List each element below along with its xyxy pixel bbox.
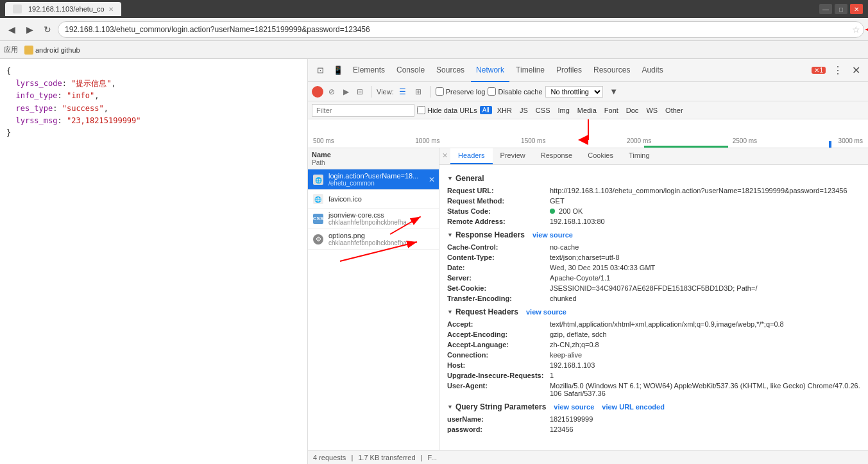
file-item-favicon[interactable]: 🌐 favicon.ico [308,190,439,209]
throttle-select[interactable]: No throttling [545,86,603,98]
red-arrow-options [359,248,360,249]
accept-language-row: Accept-Language: zh-CN,zh;q=0.8 [447,339,860,350]
bookmark-android-github[interactable]: android github [22,44,83,56]
grid-view-button[interactable]: ⊞ [412,85,425,98]
accept-label: Accept: [447,320,550,328]
reload-button[interactable]: ↻ [40,22,55,37]
set-cookie-label: Set-Cookie: [447,284,550,292]
browser-tab[interactable]: 192.168.1.103/ehetu_co ✕ [5,2,121,16]
user-agent-row: User-Agent: Mozilla/5.0 (Windows NT 6.1;… [447,381,860,399]
red-arrow-address [864,23,868,36]
detail-panel: ✕ Headers Preview Response Cookies Timin… [439,148,868,450]
file-close-login[interactable]: ✕ [429,175,435,184]
file-icon-css: CSS [312,212,325,225]
filter-other[interactable]: Other [663,105,686,116]
file-list: NamePath 🌐 login.action?userName=18... [308,148,439,450]
timeline-500: 500 ms [313,137,334,144]
connection-label: Connection: [447,351,550,359]
hide-data-urls-checkbox[interactable] [417,106,425,114]
status-code-label: Status Code: [447,207,550,215]
record-button[interactable] [312,86,323,98]
favicon-icon: 🌐 [313,194,323,204]
tab-network[interactable]: Network [471,59,509,82]
forward-button[interactable]: ▶ [22,22,37,37]
separator2: | [421,454,423,461]
filter-input[interactable] [312,104,414,117]
tab-close-button[interactable]: ✕ [108,6,114,13]
preserve-log-checkbox[interactable] [436,87,444,96]
timeline-3000: 3000 ms [838,137,863,144]
query-view-source[interactable]: view source [554,403,594,411]
transferred-size: 1.7 KB transferred [358,454,415,461]
json-line-2: lyrss_code: "提示信息", [6,78,301,90]
file-item-login[interactable]: 🌐 login.action?userName=18... /ehetu_com… [308,169,439,190]
file-icon-favicon: 🌐 [312,193,325,205]
filter-js[interactable]: JS [517,105,531,116]
filter-font[interactable]: Font [602,105,621,116]
filter-img[interactable]: Img [555,105,572,116]
tab-title: 192.168.1.103/ehetu_co [28,5,105,13]
filter-doc[interactable]: Doc [624,105,642,116]
tab-console[interactable]: Console [391,59,430,82]
detail-tab-headers[interactable]: Headers [450,148,493,164]
mobile-button[interactable]: 📱 [330,62,346,79]
filter-button[interactable]: ⊟ [354,86,366,98]
file-item-css[interactable]: CSS jsonview-core.css chklaanhfefbnpoihc… [308,209,439,229]
tab-resources[interactable]: Resources [588,59,635,82]
screenshot-button[interactable]: ▶ [340,86,352,98]
general-section-header: General [447,170,860,185]
list-view-button[interactable]: ☰ [396,85,409,98]
query-view-url-encoded[interactable]: view URL encoded [602,403,665,411]
tab-profiles[interactable]: Profiles [551,59,587,82]
json-line-6: } [6,127,301,139]
filter-media[interactable]: Media [575,105,599,116]
red-arrow-timeline [588,119,589,145]
settings-file-icon: ⚙ [313,234,323,245]
maximize-button[interactable]: □ [835,4,847,14]
window-controls: — □ ✕ [819,4,863,14]
tab-sources[interactable]: Sources [431,59,470,82]
detail-tab-preview[interactable]: Preview [493,148,533,164]
close-devtools-button[interactable]: ✕ [847,62,864,79]
detail-tab-cookies[interactable]: Cookies [580,148,621,164]
stop-button[interactable]: ⊘ [326,86,337,98]
minimize-button[interactable]: — [819,4,832,14]
request-method-value: GET [550,197,860,205]
request-headers-view-source[interactable]: view source [526,308,566,316]
file-info-css: jsonview-core.css chklaanhfefbnpoihckbne… [328,211,435,226]
filter-ws[interactable]: WS [643,105,660,116]
file-item-options[interactable]: ⚙ options.png chklaanhfefbnpoihckbnefha.… [308,229,439,250]
date-label: Date: [447,264,550,271]
filter-css[interactable]: CSS [533,105,553,116]
connection-value: keep-alive [550,351,860,359]
close-button[interactable]: ✕ [850,4,863,14]
upgrade-value: 1 [550,372,860,379]
address-bar[interactable] [58,21,864,38]
content-type-value: text/json;charset=utf-8 [550,253,860,261]
options-file-path: chklaanhfefbnpoihckbnefha... [328,239,435,246]
server-value: Apache-Coyote/1.1 [550,274,860,282]
inspect-element-button[interactable]: ⊡ [312,62,328,79]
username-value: 18215199999 [550,415,860,423]
error-badge: ✕1 [812,67,826,74]
more-options-button[interactable]: ⋮ [830,62,846,79]
css-file-path: chklaanhfefbnpoihckbnefha... [328,219,435,226]
detail-tab-timing[interactable]: Timing [621,148,658,164]
tab-timeline[interactable]: Timeline [511,59,550,82]
disable-cache-checkbox[interactable] [488,87,496,96]
file-info-options: options.png chklaanhfefbnpoihckbnefha... [328,232,435,246]
tab-audits[interactable]: Audits [636,59,668,82]
filter-all[interactable]: All [480,106,492,114]
response-headers-view-source[interactable]: view source [532,231,573,239]
filter-xhr[interactable]: XHR [495,105,515,116]
content-type-row: Content-Type: text/json;charset=utf-8 [447,252,860,262]
detail-tab-response[interactable]: Response [533,148,581,164]
password-value: 123456 [550,425,860,433]
back-button[interactable]: ◀ [4,22,19,37]
title-bar: 192.168.1.103/ehetu_co ✕ — □ ✕ [0,0,868,18]
throttle-dropdown-icon[interactable]: ▼ [606,83,622,100]
tab-headers-close[interactable]: ✕ [439,148,450,164]
bookmark-icon[interactable]: ☆ [852,24,860,35]
tab-elements[interactable]: Elements [348,59,390,82]
network-content: NamePath 🌐 login.action?userName=18... [308,148,868,450]
